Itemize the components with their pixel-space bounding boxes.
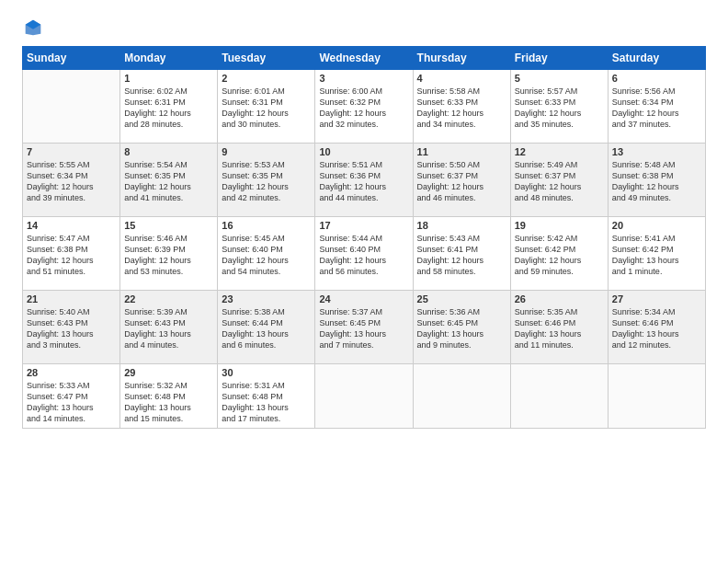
calendar-cell: 8Sunrise: 5:54 AM Sunset: 6:35 PM Daylig…: [120, 144, 218, 217]
day-number: 7: [27, 146, 116, 157]
calendar-header-wednesday: Wednesday: [315, 47, 413, 70]
cell-info: Sunrise: 5:50 AM Sunset: 6:37 PM Dayligh…: [417, 159, 506, 204]
cell-info: Sunrise: 5:46 AM Sunset: 6:39 PM Dayligh…: [124, 233, 213, 278]
day-number: 24: [319, 293, 408, 304]
header: [22, 18, 706, 37]
cell-info: Sunrise: 5:33 AM Sunset: 6:47 PM Dayligh…: [27, 380, 116, 425]
day-number: 8: [124, 146, 213, 157]
calendar-cell: 3Sunrise: 6:00 AM Sunset: 6:32 PM Daylig…: [315, 70, 413, 144]
cell-info: Sunrise: 5:32 AM Sunset: 6:48 PM Dayligh…: [124, 380, 213, 425]
calendar-cell: 25Sunrise: 5:36 AM Sunset: 6:45 PM Dayli…: [413, 291, 510, 364]
calendar-cell: [23, 70, 120, 144]
day-number: 25: [417, 293, 506, 304]
day-number: 12: [515, 146, 604, 157]
day-number: 23: [222, 293, 311, 304]
cell-info: Sunrise: 5:36 AM Sunset: 6:45 PM Dayligh…: [417, 306, 506, 351]
calendar-cell: 24Sunrise: 5:37 AM Sunset: 6:45 PM Dayli…: [315, 291, 413, 364]
calendar-cell: [510, 364, 608, 429]
day-number: 15: [124, 220, 213, 231]
day-number: 14: [27, 220, 116, 231]
cell-info: Sunrise: 5:39 AM Sunset: 6:43 PM Dayligh…: [124, 306, 213, 351]
calendar-table: SundayMondayTuesdayWednesdayThursdayFrid…: [22, 46, 706, 429]
calendar-cell: 14Sunrise: 5:47 AM Sunset: 6:38 PM Dayli…: [23, 217, 120, 291]
calendar-cell: 16Sunrise: 5:45 AM Sunset: 6:40 PM Dayli…: [218, 217, 315, 291]
calendar-cell: 5Sunrise: 5:57 AM Sunset: 6:33 PM Daylig…: [510, 70, 608, 144]
cell-info: Sunrise: 5:37 AM Sunset: 6:45 PM Dayligh…: [319, 306, 408, 351]
cell-info: Sunrise: 5:38 AM Sunset: 6:44 PM Dayligh…: [222, 306, 311, 351]
calendar-cell: 23Sunrise: 5:38 AM Sunset: 6:44 PM Dayli…: [218, 291, 315, 364]
calendar-header-row: SundayMondayTuesdayWednesdayThursdayFrid…: [23, 47, 706, 70]
calendar-cell: 2Sunrise: 6:01 AM Sunset: 6:31 PM Daylig…: [218, 70, 315, 144]
cell-info: Sunrise: 5:58 AM Sunset: 6:33 PM Dayligh…: [417, 86, 506, 131]
day-number: 28: [27, 367, 116, 378]
calendar-cell: 27Sunrise: 5:34 AM Sunset: 6:46 PM Dayli…: [608, 291, 705, 364]
calendar-header-tuesday: Tuesday: [218, 47, 315, 70]
calendar-cell: 12Sunrise: 5:49 AM Sunset: 6:37 PM Dayli…: [510, 144, 608, 217]
calendar-cell: 1Sunrise: 6:02 AM Sunset: 6:31 PM Daylig…: [120, 70, 218, 144]
day-number: 18: [417, 220, 506, 231]
cell-info: Sunrise: 5:56 AM Sunset: 6:34 PM Dayligh…: [612, 86, 701, 131]
cell-info: Sunrise: 5:34 AM Sunset: 6:46 PM Dayligh…: [612, 306, 701, 351]
day-number: 21: [27, 293, 116, 304]
calendar-header-thursday: Thursday: [413, 47, 510, 70]
day-number: 16: [222, 220, 311, 231]
cell-info: Sunrise: 5:51 AM Sunset: 6:36 PM Dayligh…: [319, 159, 408, 204]
calendar-week-row: 21Sunrise: 5:40 AM Sunset: 6:43 PM Dayli…: [23, 291, 706, 364]
day-number: 9: [222, 146, 311, 157]
cell-info: Sunrise: 5:45 AM Sunset: 6:40 PM Dayligh…: [222, 233, 311, 278]
calendar-cell: 22Sunrise: 5:39 AM Sunset: 6:43 PM Dayli…: [120, 291, 218, 364]
day-number: 4: [417, 73, 506, 84]
calendar-week-row: 7Sunrise: 5:55 AM Sunset: 6:34 PM Daylig…: [23, 144, 706, 217]
cell-info: Sunrise: 5:53 AM Sunset: 6:35 PM Dayligh…: [222, 159, 311, 204]
cell-info: Sunrise: 5:35 AM Sunset: 6:46 PM Dayligh…: [515, 306, 604, 351]
cell-info: Sunrise: 5:43 AM Sunset: 6:41 PM Dayligh…: [417, 233, 506, 278]
calendar-cell: [608, 364, 705, 429]
day-number: 19: [515, 220, 604, 231]
calendar-cell: 7Sunrise: 5:55 AM Sunset: 6:34 PM Daylig…: [23, 144, 120, 217]
calendar-week-row: 1Sunrise: 6:02 AM Sunset: 6:31 PM Daylig…: [23, 70, 706, 144]
day-number: 22: [124, 293, 213, 304]
page: SundayMondayTuesdayWednesdayThursdayFrid…: [0, 0, 728, 563]
calendar-cell: 9Sunrise: 5:53 AM Sunset: 6:35 PM Daylig…: [218, 144, 315, 217]
calendar-cell: 19Sunrise: 5:42 AM Sunset: 6:42 PM Dayli…: [510, 217, 608, 291]
cell-info: Sunrise: 5:47 AM Sunset: 6:38 PM Dayligh…: [27, 233, 116, 278]
calendar-cell: 13Sunrise: 5:48 AM Sunset: 6:38 PM Dayli…: [608, 144, 705, 217]
calendar-cell: 6Sunrise: 5:56 AM Sunset: 6:34 PM Daylig…: [608, 70, 705, 144]
day-number: 13: [612, 146, 701, 157]
cell-info: Sunrise: 5:42 AM Sunset: 6:42 PM Dayligh…: [515, 233, 604, 278]
cell-info: Sunrise: 5:41 AM Sunset: 6:42 PM Dayligh…: [612, 233, 701, 278]
day-number: 29: [124, 367, 213, 378]
cell-info: Sunrise: 6:00 AM Sunset: 6:32 PM Dayligh…: [319, 86, 408, 131]
calendar-cell: 30Sunrise: 5:31 AM Sunset: 6:48 PM Dayli…: [218, 364, 315, 429]
calendar-week-row: 28Sunrise: 5:33 AM Sunset: 6:47 PM Dayli…: [23, 364, 706, 429]
calendar-cell: 10Sunrise: 5:51 AM Sunset: 6:36 PM Dayli…: [315, 144, 413, 217]
calendar-header-saturday: Saturday: [608, 47, 705, 70]
logo: [22, 18, 42, 37]
day-number: 6: [612, 73, 701, 84]
calendar-cell: 26Sunrise: 5:35 AM Sunset: 6:46 PM Dayli…: [510, 291, 608, 364]
cell-info: Sunrise: 5:31 AM Sunset: 6:48 PM Dayligh…: [222, 380, 311, 425]
day-number: 17: [319, 220, 408, 231]
calendar-cell: 20Sunrise: 5:41 AM Sunset: 6:42 PM Dayli…: [608, 217, 705, 291]
day-number: 26: [515, 293, 604, 304]
calendar-cell: 18Sunrise: 5:43 AM Sunset: 6:41 PM Dayli…: [413, 217, 510, 291]
cell-info: Sunrise: 5:49 AM Sunset: 6:37 PM Dayligh…: [515, 159, 604, 204]
calendar-header-sunday: Sunday: [23, 47, 120, 70]
calendar-header-friday: Friday: [510, 47, 608, 70]
calendar-cell: 15Sunrise: 5:46 AM Sunset: 6:39 PM Dayli…: [120, 217, 218, 291]
day-number: 1: [124, 73, 213, 84]
logo-text: [22, 18, 42, 37]
day-number: 27: [612, 293, 701, 304]
calendar-header-monday: Monday: [120, 47, 218, 70]
logo-icon: [24, 18, 42, 37]
cell-info: Sunrise: 5:57 AM Sunset: 6:33 PM Dayligh…: [515, 86, 604, 131]
day-number: 10: [319, 146, 408, 157]
cell-info: Sunrise: 5:48 AM Sunset: 6:38 PM Dayligh…: [612, 159, 701, 204]
calendar-cell: [315, 364, 413, 429]
day-number: 2: [222, 73, 311, 84]
calendar-cell: [413, 364, 510, 429]
cell-info: Sunrise: 5:55 AM Sunset: 6:34 PM Dayligh…: [27, 159, 116, 204]
calendar-cell: 11Sunrise: 5:50 AM Sunset: 6:37 PM Dayli…: [413, 144, 510, 217]
cell-info: Sunrise: 6:02 AM Sunset: 6:31 PM Dayligh…: [124, 86, 213, 131]
calendar-week-row: 14Sunrise: 5:47 AM Sunset: 6:38 PM Dayli…: [23, 217, 706, 291]
